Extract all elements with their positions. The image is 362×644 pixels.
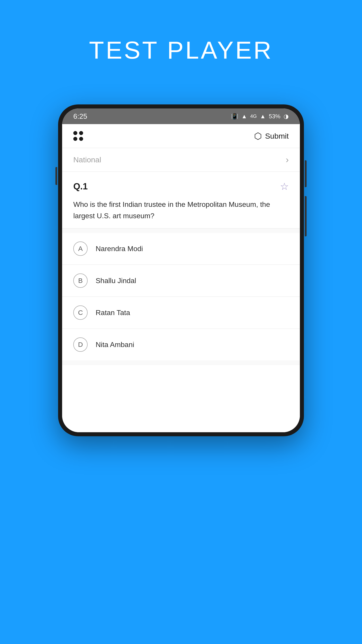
question-text: Who is the first Indian trustee in the M…: [73, 199, 289, 222]
section-label: National: [73, 156, 101, 164]
option-a-circle: A: [73, 242, 88, 256]
battery-icon: ◑: [284, 113, 289, 120]
options-area: A Narendra Modi B Shallu Jindal C Ratan …: [62, 228, 300, 365]
question-area: Q.1 ☆ Who is the first Indian trustee in…: [62, 172, 300, 228]
question-number: Q.1: [73, 181, 88, 192]
vibrate-icon: 📳: [231, 113, 238, 120]
option-c-text: Ratan Tata: [96, 308, 130, 317]
side-button-right-bottom: [305, 196, 307, 236]
status-time: 6:25: [73, 112, 87, 120]
dot-1: [73, 131, 77, 135]
option-c[interactable]: C Ratan Tata: [62, 297, 300, 328]
dot-4: [79, 137, 83, 141]
phone-screen: 6:25 📳 ▲ 4G ▲ 53% ◑ ⬡ Submit: [62, 108, 300, 432]
network-icon: 4G: [250, 113, 257, 119]
section-row[interactable]: National ›: [62, 148, 300, 172]
page-title: TEST PLAYER: [89, 36, 273, 64]
phone-frame: 6:25 📳 ▲ 4G ▲ 53% ◑ ⬡ Submit: [58, 104, 304, 436]
star-icon[interactable]: ☆: [280, 181, 289, 192]
submit-button[interactable]: ⬡ Submit: [254, 131, 289, 141]
option-b[interactable]: B Shallu Jindal: [62, 265, 300, 296]
status-icons: 📳 ▲ 4G ▲ 53% ◑: [231, 113, 289, 120]
question-header: Q.1 ☆: [73, 181, 289, 192]
bottom-spacer: [62, 365, 300, 432]
dot-2: [79, 131, 83, 135]
dot-3: [73, 137, 77, 141]
option-a-text: Narendra Modi: [96, 245, 143, 253]
option-d-circle: D: [73, 338, 88, 352]
submit-label: Submit: [265, 132, 289, 140]
status-bar: 6:25 📳 ▲ 4G ▲ 53% ◑: [62, 108, 300, 124]
app-header: ⬡ Submit: [62, 124, 300, 148]
option-b-text: Shallu Jindal: [96, 276, 136, 285]
signal-icon: ▲: [241, 113, 247, 120]
option-a[interactable]: A Narendra Modi: [62, 233, 300, 264]
side-button-right-top: [305, 160, 307, 187]
chevron-right-icon: ›: [286, 155, 289, 165]
option-d-text: Nita Ambani: [96, 340, 134, 349]
option-d[interactable]: D Nita Ambani: [62, 329, 300, 360]
menu-button[interactable]: [73, 131, 83, 141]
signal-icon-2: ▲: [260, 113, 266, 120]
side-button-left: [55, 167, 57, 185]
option-c-circle: C: [73, 306, 88, 320]
battery-indicator: 53%: [269, 113, 281, 120]
submit-icon: ⬡: [254, 131, 262, 141]
option-b-circle: B: [73, 274, 88, 288]
